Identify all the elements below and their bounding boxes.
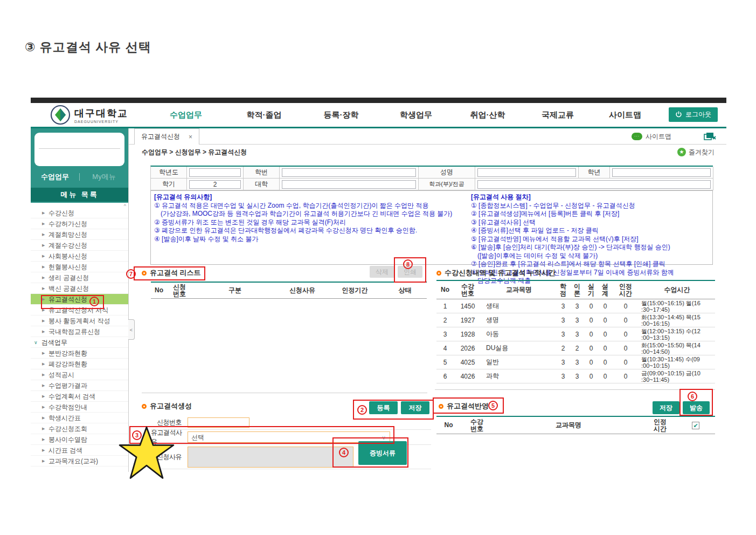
apply-table-header: No수강 번호교과목명인정 시간✔ — [436, 417, 715, 434]
sidebar-item-6[interactable]: ▶헌혈봉사신청 — [31, 262, 128, 272]
evidence-button[interactable]: 증빙서류 — [358, 441, 407, 465]
nav-item-2[interactable]: 학적·졸업 — [247, 110, 282, 120]
sidebar-item-20[interactable]: ▶학생시간표 — [31, 413, 128, 423]
sidebar-tab-mymenu[interactable]: My메뉴 — [80, 172, 128, 182]
nav-item-6[interactable]: 국제교류 — [542, 110, 574, 120]
sidebar-item-2[interactable]: ▶수강허가신청 — [31, 218, 128, 229]
table-cell: 0 — [598, 327, 612, 341]
major-input[interactable] — [477, 180, 711, 189]
table-cell: 3 — [570, 313, 584, 327]
breadcrumb: 수업업무 > 신청업무 > 유고결석신청 — [142, 145, 247, 160]
table-cell: 0 — [584, 355, 598, 369]
semester-input[interactable]: 2 — [189, 180, 241, 189]
notice-line: ③ [유고결석사유] 선택 — [471, 218, 709, 227]
sidebar-item-11[interactable]: ▶봉사 활동계획서 작성 — [31, 315, 128, 326]
sidebar-tab-lecture[interactable]: 수업업무 — [31, 172, 79, 182]
table-cell: 생태 — [482, 299, 556, 313]
sidebar-item-23[interactable]: ▶시간표 검색 — [31, 445, 128, 456]
sidebar-item-label: 유고결석신청서 서식 — [48, 306, 108, 314]
table-cell: 3 — [556, 369, 570, 383]
arrow-right-icon: ▶ — [42, 445, 45, 456]
logout-button[interactable]: 로그아웃 — [669, 107, 718, 122]
application-no-input[interactable] — [188, 417, 249, 428]
sidebar-item-15[interactable]: ▶폐강강좌현황 — [31, 359, 128, 369]
sidebar-item-label: 헌혈봉사신청 — [48, 263, 87, 271]
table-cell: 과학 — [482, 369, 556, 383]
arrow-right-icon: ▶ — [42, 391, 45, 402]
sidebar-item-3[interactable]: ▶계절희망신청 — [31, 229, 128, 240]
notice-line: ④ [발송]이후 날짜 수정 및 취소 불가 — [154, 235, 471, 244]
sidebar-menu-items: ▶수강신청▶수강허가신청▶계절희망신청▶계절수강신청▶사회봉사신청▶헌혈봉사신청… — [31, 208, 128, 467]
sidebar-item-21[interactable]: ▶수강신청조회 — [31, 423, 128, 434]
sidebar-item-19[interactable]: ▶수강학점안내 — [31, 402, 128, 413]
college-input[interactable] — [282, 180, 416, 189]
sidebar-item-5[interactable]: ▶사회봉사신청 — [31, 251, 128, 262]
select-all-checkbox[interactable]: ✔ — [692, 422, 699, 429]
sidebar-item-label: 수강신청 — [48, 209, 74, 217]
notice-procedure: [유고결석 사용 절차]① [종합정보시스템] - 수업업무 - 신청업무 - … — [471, 193, 709, 262]
sidebar-item-8[interactable]: ▶백신 공결신청 — [31, 283, 128, 294]
apply-save-button[interactable]: 저장 — [653, 401, 679, 414]
close-windows-icon[interactable] — [704, 132, 717, 141]
sidebar-collapse-handle[interactable]: < — [128, 319, 135, 340]
favorite-button[interactable]: ★ 즐겨찾기 — [677, 145, 715, 160]
print-button[interactable]: 인쇄 — [398, 266, 422, 278]
absence-list-table-header: No신청 번호구분신청사유인정기간상태 — [151, 283, 427, 299]
sidebar-item-1[interactable]: ▶수강신청 — [31, 208, 128, 218]
table-cell: 0 — [584, 327, 598, 341]
student-no-input[interactable] — [282, 168, 416, 177]
table-cell: 3 — [436, 327, 454, 341]
sidebar-item-14[interactable]: ▶분반강좌현황 — [31, 348, 128, 359]
sidebar-item-24[interactable]: ▶교과목개요(교과) — [31, 456, 128, 467]
main-content: 유고결석신청 × ··· 사이트맵 수업업무 > 신청업무 > 유 — [128, 128, 726, 472]
sitemap-link[interactable]: ··· 사이트맵 — [632, 132, 671, 141]
table-cell: 3 — [570, 369, 584, 383]
sidebar-item-9[interactable]: ▶유고결석신청 — [31, 294, 128, 305]
sidebar-item-10[interactable]: ▶유고결석신청서 서식 — [31, 305, 128, 315]
table-cell: 월(10:30~11:45) 수(09 :00~10:15) — [639, 355, 715, 369]
nav-item-1[interactable]: 수업업무 — [170, 110, 202, 120]
nav-item-5[interactable]: 취업·산학 — [470, 110, 505, 120]
sidebar-item-12[interactable]: ▶국내학점교류신청 — [31, 326, 128, 337]
delete-button[interactable]: 삭제 — [370, 266, 394, 278]
notice-line: ⑥ [발송]후 [승인]처리 대기(학과(부)장 승인) -> 단과대학 행정실… — [471, 243, 709, 252]
sidebar-item-18[interactable]: ▶수업계획서 검색 — [31, 391, 128, 402]
table-row: 42026DU실용22000화(15:00~15:50) 목(14 :00~14… — [436, 341, 715, 355]
login-info-box — [34, 133, 124, 166]
nav-item-3[interactable]: 등록·장학 — [324, 110, 359, 120]
sidebar-item-label: 사회봉사신청 — [48, 252, 87, 260]
year-input[interactable] — [189, 168, 241, 177]
register-button[interactable]: 등록 — [369, 401, 398, 414]
arrow-right-icon: ▶ — [42, 434, 45, 445]
section-bullet-icon — [436, 271, 441, 276]
nav-item-7[interactable]: 사이트맵 — [609, 110, 641, 120]
sidebar-item-13[interactable]: ∨검색업무 — [31, 337, 128, 348]
create-save-button[interactable]: 저장 — [401, 401, 429, 414]
arrow-right-icon: ▶ — [42, 456, 45, 467]
table-cell: 월(12:00~13:15) 수(12 :00~13:15) — [639, 327, 715, 341]
tab-close-icon[interactable]: × — [189, 133, 192, 141]
table-cell: 4026 — [454, 369, 482, 383]
left-section-divider — [142, 393, 427, 393]
sidebar-item-22[interactable]: ▶봉사이수열람 — [31, 434, 128, 445]
arrow-right-icon: ▶ — [42, 218, 45, 229]
grade-input[interactable] — [612, 168, 711, 177]
tab-absence-application[interactable]: 유고결석신청 × — [134, 128, 199, 145]
sitemap-icon: ··· — [632, 133, 642, 140]
column-header: No — [436, 417, 461, 434]
enrollment-table-header: No수강 번호교과목명학 점이 론실 기설 계인정 시간수업시간 — [436, 281, 715, 299]
name-input[interactable] — [477, 168, 576, 177]
column-header: 수강 번호 — [454, 281, 482, 299]
sidebar-item-16[interactable]: ▶성적공시 — [31, 369, 128, 380]
university-logo[interactable]: 대구대학교 DAEGUUNIVERSITY — [50, 105, 128, 125]
nav-item-4[interactable]: 학생업무 — [400, 110, 432, 120]
sidebar-item-7[interactable]: ▶생리 공결신청 — [31, 272, 128, 283]
detail-reason-textarea[interactable] — [188, 447, 353, 468]
table-cell: 4025 — [454, 355, 482, 369]
table-cell: 3 — [570, 327, 584, 341]
notice-line: ② 증빙서류가 위조 또는 변조된 것일 경우 해당 교과목 실격(F)처리 — [154, 218, 471, 227]
send-button[interactable]: 발송 — [683, 401, 710, 414]
table-cell: 4 — [436, 341, 454, 355]
sidebar-item-17[interactable]: ▶수업평가결과 — [31, 380, 128, 391]
sidebar-item-4[interactable]: ▶계절수강신청 — [31, 240, 128, 251]
